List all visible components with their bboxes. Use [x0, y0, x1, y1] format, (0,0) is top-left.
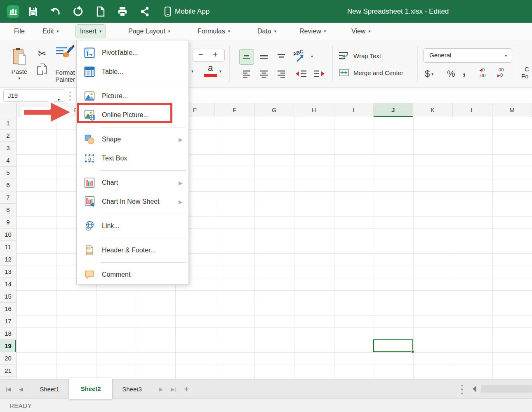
column-header-G[interactable]: G [254, 103, 294, 117]
insert-menu-item-text-box[interactable]: aText Box [77, 149, 188, 168]
paste-button[interactable]: Paste ▾ [8, 45, 31, 82]
status-bar: READY [0, 398, 532, 412]
comma-style-button[interactable]: , [463, 64, 466, 79]
menu-review[interactable]: Review▾ [295, 24, 330, 38]
insert-menu-item-comment[interactable]: Comment [77, 265, 188, 284]
vertical-align-middle-button[interactable] [257, 49, 271, 65]
increase-indent-button[interactable] [311, 66, 327, 81]
align-left-button[interactable] [239, 66, 254, 81]
wrap-text-button[interactable]: Wrap Text [338, 49, 381, 63]
insert-menu-item-pivottable[interactable]: PivotTable... [77, 43, 188, 62]
currency-button[interactable]: $ ▾ [425, 66, 433, 81]
menu-edit[interactable]: Edit▾ [38, 24, 63, 38]
cut-button[interactable]: ✂ [35, 47, 49, 61]
undo-icon[interactable] [49, 5, 62, 18]
vertical-align-bottom-button[interactable] [274, 49, 289, 65]
insert-menu-item-shape[interactable]: Shape▶ [77, 130, 188, 149]
vertical-align-top-button[interactable] [239, 49, 254, 65]
row-header-2[interactable]: 2 [0, 129, 16, 142]
row-header-21[interactable]: 21 [0, 365, 16, 377]
text-orientation-button[interactable]: ABC ▾ [292, 49, 318, 65]
merge-center-button[interactable]: Merge and Center [338, 66, 403, 80]
row-header-6[interactable]: 6 [0, 179, 16, 191]
horizontal-scrollbar-thumb[interactable] [481, 385, 532, 393]
font-size-decrease[interactable]: − [198, 50, 203, 59]
add-sheet-button[interactable]: + [184, 380, 189, 399]
chevron-down-icon[interactable]: ▾ [191, 69, 193, 73]
row-header-13[interactable]: 13 [0, 266, 16, 278]
font-color-button[interactable]: a [202, 63, 219, 77]
table-icon [84, 66, 95, 77]
insert-menu-item-header-footer[interactable]: Header & Footer... [77, 241, 188, 260]
row-header-15[interactable]: 15 [0, 290, 16, 303]
row-header-16[interactable]: 16 [0, 303, 16, 315]
font-size-stepper[interactable]: − + [193, 49, 225, 62]
column-header-I[interactable]: I [334, 103, 374, 117]
mobile-app-label[interactable]: Mobile App [175, 0, 210, 23]
align-right-icon [276, 68, 287, 79]
format-painter-button[interactable] [54, 45, 76, 64]
row-header-19[interactable]: 19 [0, 340, 16, 352]
increase-decimal-button[interactable]: ◀0 .00 [479, 67, 485, 78]
row-header-3[interactable]: 3 [0, 142, 16, 154]
insert-menu-item-table[interactable]: Table... [77, 62, 188, 81]
new-document-icon[interactable] [94, 5, 107, 18]
insert-menu-item-chart-in-new-sheet[interactable]: Chart In New Sheet▶ [77, 192, 188, 211]
row-header-10[interactable]: 10 [0, 228, 16, 241]
menu-label: File [14, 24, 25, 38]
print-icon[interactable] [116, 5, 129, 18]
insert-menu-item-chart[interactable]: Chart▶ [77, 173, 188, 192]
insert-menu-item-link[interactable]: Link... [77, 217, 188, 235]
sheet-tab-sheet2[interactable]: Sheet2 [69, 378, 112, 399]
row-header-12[interactable]: 12 [0, 253, 16, 266]
sheet-tab-sheet1[interactable]: Sheet1 [30, 380, 69, 399]
sheet-nav-prev-icon[interactable]: ◀ [19, 380, 23, 399]
column-header-F[interactable]: F [215, 103, 254, 117]
row-header-14[interactable]: 14 [0, 278, 16, 290]
row-header-8[interactable]: 8 [0, 204, 16, 216]
row-header-11[interactable]: 11 [0, 241, 16, 253]
wrap-text-icon [338, 50, 350, 61]
percent-button[interactable]: % [447, 66, 455, 81]
chevron-down-icon[interactable]: ▾ [219, 69, 221, 73]
selection-fill-handle[interactable] [411, 350, 414, 353]
row-header-5[interactable]: 5 [0, 167, 16, 179]
menu-view[interactable]: View▾ [347, 24, 374, 38]
mobile-phone-icon[interactable] [161, 5, 174, 18]
row-header-18[interactable]: 18 [0, 327, 16, 340]
column-header-J[interactable]: J [374, 103, 413, 117]
row-header-4[interactable]: 4 [0, 154, 16, 167]
font-size-increase[interactable]: + [213, 50, 218, 59]
column-header-L[interactable]: L [453, 103, 492, 117]
share-icon[interactable] [138, 5, 151, 18]
chevron-down-icon: ▾ [505, 53, 507, 58]
pivottable-icon [84, 47, 95, 58]
menu-formulas[interactable]: Formulas▾ [193, 24, 234, 38]
decrease-indent-button[interactable] [293, 66, 309, 81]
sheet-nav-last-icon[interactable]: ▶| [171, 380, 176, 399]
menu-insert[interactable]: Insert▾ [75, 24, 106, 38]
align-right-button[interactable] [274, 66, 289, 81]
align-center-button[interactable] [257, 66, 271, 81]
tabbar-drag-handle-dots[interactable] [461, 384, 463, 396]
row-header-20[interactable]: 20 [0, 352, 16, 365]
menu-page-layout[interactable]: Page Layout▾ [124, 24, 174, 38]
column-header-K[interactable]: K [413, 103, 453, 117]
conditional-formatting-clipped[interactable]: C Fo [521, 66, 529, 80]
number-format-select[interactable]: General ▾ [423, 48, 512, 63]
scroll-left-arrow-icon[interactable] [473, 386, 476, 392]
decrease-decimal-button[interactable]: .00 ▶0 [497, 67, 504, 78]
row-header-7[interactable]: 7 [0, 191, 16, 204]
row-header-9[interactable]: 9 [0, 216, 16, 228]
sheet-nav-next-icon[interactable]: ▶ [159, 380, 163, 399]
sheet-nav-first-icon[interactable]: |◀ [6, 380, 11, 399]
copy-button[interactable] [35, 63, 49, 79]
menu-file[interactable]: File [10, 24, 29, 38]
menu-data[interactable]: Data▾ [253, 24, 280, 38]
save-icon[interactable] [26, 5, 40, 18]
column-header-M[interactable]: M [492, 103, 532, 117]
row-header-17[interactable]: 17 [0, 315, 16, 327]
redo-icon[interactable] [71, 5, 85, 18]
column-header-H[interactable]: H [294, 103, 334, 117]
sheet-tab-sheet3[interactable]: Sheet3 [112, 380, 152, 399]
